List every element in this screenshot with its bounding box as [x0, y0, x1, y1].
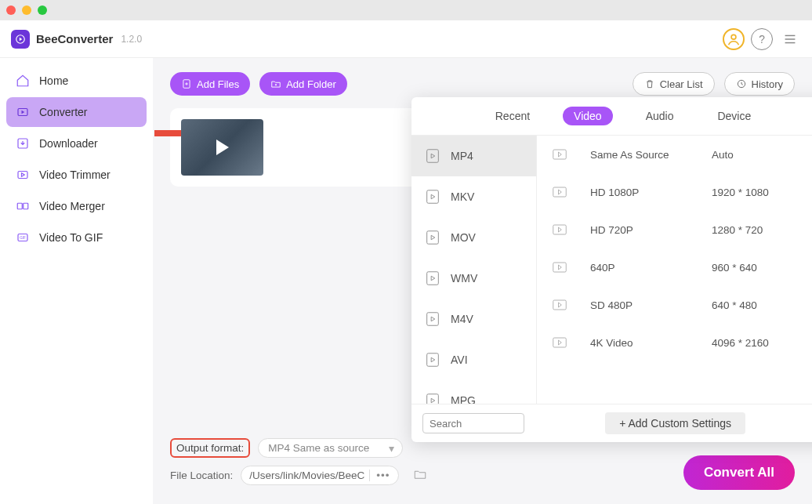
- clear-list-button[interactable]: Clear List: [633, 72, 715, 96]
- svg-rect-12: [17, 203, 22, 209]
- tab-device[interactable]: Device: [706, 107, 762, 125]
- svg-marker-34: [431, 357, 435, 362]
- sidebar-item-label: Home: [39, 74, 68, 87]
- svg-rect-43: [553, 263, 567, 272]
- sidebar-item-label: Video Merger: [39, 200, 105, 212]
- button-label: History: [752, 78, 783, 90]
- popup-tabs: Recent Video Audio Device: [411, 97, 812, 136]
- button-label: Clear List: [660, 78, 703, 90]
- button-label: Add Files: [197, 78, 239, 90]
- history-button[interactable]: History: [724, 72, 795, 96]
- window-close-button[interactable]: [6, 5, 16, 15]
- add-files-button[interactable]: Add Files: [170, 72, 250, 96]
- sidebar-item-label: Video To GIF: [39, 231, 103, 244]
- resolution-item[interactable]: HD 720P1280 * 720: [537, 211, 812, 248]
- svg-marker-1: [20, 37, 22, 41]
- svg-marker-42: [559, 227, 562, 232]
- svg-marker-24: [431, 154, 435, 158]
- sidebar-item-home[interactable]: Home: [6, 66, 147, 96]
- resolution-item[interactable]: Same As SourceAuto: [537, 136, 812, 173]
- file-location-input[interactable]: /Users/link/Movies/BeeC •••: [241, 466, 398, 485]
- svg-marker-38: [559, 152, 562, 157]
- svg-rect-23: [427, 150, 439, 163]
- file-location-label: File Location:: [170, 470, 233, 481]
- svg-rect-33: [427, 354, 439, 367]
- app-version: 1.2.0: [121, 34, 142, 45]
- svg-rect-29: [427, 272, 439, 285]
- format-item-mpg[interactable]: MPG: [411, 380, 536, 404]
- app-topbar: BeeConverter 1.2.0 ?: [0, 20, 812, 58]
- svg-marker-26: [431, 194, 435, 199]
- output-format-select[interactable]: MP4 Same as source: [258, 438, 403, 458]
- svg-text:?: ?: [759, 33, 765, 45]
- tab-video[interactable]: Video: [563, 107, 613, 125]
- toolbar: Add Files Add Folder Clear List History: [170, 72, 795, 96]
- svg-marker-40: [559, 190, 562, 194]
- format-item-mp4[interactable]: MP4: [411, 136, 536, 176]
- svg-rect-13: [24, 203, 28, 209]
- content-area: Add Files Add Folder Clear List History: [153, 58, 812, 504]
- window-titlebar: [0, 0, 812, 20]
- tab-audio[interactable]: Audio: [635, 107, 685, 125]
- resolution-item[interactable]: HD 1080P1920 * 1080: [537, 173, 812, 211]
- svg-marker-8: [22, 111, 25, 114]
- svg-rect-45: [553, 300, 567, 310]
- format-item-avi[interactable]: AVI: [411, 339, 536, 380]
- video-thumbnail[interactable]: [181, 119, 263, 176]
- sidebar-item-trimmer[interactable]: Video Trimmer: [6, 160, 147, 190]
- svg-rect-47: [553, 338, 567, 347]
- svg-rect-37: [553, 150, 567, 159]
- help-icon[interactable]: ?: [751, 28, 773, 50]
- svg-rect-25: [427, 190, 439, 204]
- svg-text:GIF: GIF: [20, 236, 26, 240]
- format-item-mov[interactable]: MOV: [411, 217, 536, 258]
- resolution-list[interactable]: Same As SourceAuto HD 1080P1920 * 1080 H…: [537, 136, 812, 404]
- sidebar: Home Converter Downloader Video Trimmer …: [0, 58, 153, 504]
- resolution-item[interactable]: 640P960 * 640: [537, 248, 812, 286]
- svg-marker-11: [22, 173, 25, 177]
- svg-point-2: [731, 34, 736, 39]
- sidebar-item-merger[interactable]: Video Merger: [6, 191, 147, 221]
- more-dots-icon[interactable]: •••: [369, 470, 390, 481]
- tab-recent[interactable]: Recent: [484, 107, 541, 125]
- hamburger-menu-icon[interactable]: [779, 28, 801, 50]
- svg-rect-41: [553, 225, 567, 234]
- svg-rect-39: [553, 187, 567, 197]
- resolution-item[interactable]: SD 480P640 * 480: [537, 286, 812, 324]
- sidebar-item-label: Downloader: [39, 137, 98, 150]
- format-item-wmv[interactable]: WMV: [411, 258, 536, 299]
- format-search-input[interactable]: [422, 413, 524, 433]
- svg-marker-32: [431, 317, 435, 321]
- svg-marker-48: [559, 340, 562, 345]
- svg-marker-36: [431, 398, 435, 403]
- resolution-item[interactable]: 4K Video4096 * 2160: [537, 324, 812, 361]
- app-logo-icon: [11, 30, 30, 49]
- sidebar-item-downloader[interactable]: Downloader: [6, 129, 147, 158]
- button-label: Add Folder: [286, 78, 336, 90]
- convert-all-button[interactable]: Convert All: [683, 455, 795, 490]
- window-minimize-button[interactable]: [22, 5, 31, 15]
- add-custom-settings-button[interactable]: + Add Custom Settings: [605, 412, 745, 434]
- open-folder-icon[interactable]: [413, 467, 427, 484]
- window-zoom-button[interactable]: [38, 5, 47, 15]
- svg-marker-46: [559, 303, 562, 307]
- add-folder-button[interactable]: Add Folder: [259, 72, 347, 96]
- svg-marker-28: [431, 235, 435, 240]
- sidebar-item-label: Video Trimmer: [39, 169, 111, 181]
- format-item-m4v[interactable]: M4V: [411, 299, 536, 339]
- svg-rect-31: [427, 313, 439, 326]
- sidebar-item-gif[interactable]: GIF Video To GIF: [6, 223, 147, 252]
- svg-marker-44: [559, 265, 562, 270]
- user-account-icon[interactable]: [723, 28, 745, 50]
- format-item-mkv[interactable]: MKV: [411, 176, 536, 217]
- sidebar-item-converter[interactable]: Converter: [6, 97, 147, 127]
- bottom-bar: Output format: MP4 Same as source File L…: [170, 438, 795, 493]
- output-format-label: Output format:: [170, 438, 250, 458]
- app-name: BeeConverter: [36, 32, 113, 45]
- sidebar-item-label: Converter: [39, 106, 87, 118]
- svg-rect-10: [18, 172, 27, 179]
- svg-rect-27: [427, 231, 439, 245]
- svg-marker-30: [431, 276, 435, 281]
- format-list[interactable]: MP4 MKV MOV WMV M4V AVI MPG: [411, 136, 537, 404]
- format-popup: Recent Video Audio Device MP4 MKV MOV WM…: [411, 97, 812, 442]
